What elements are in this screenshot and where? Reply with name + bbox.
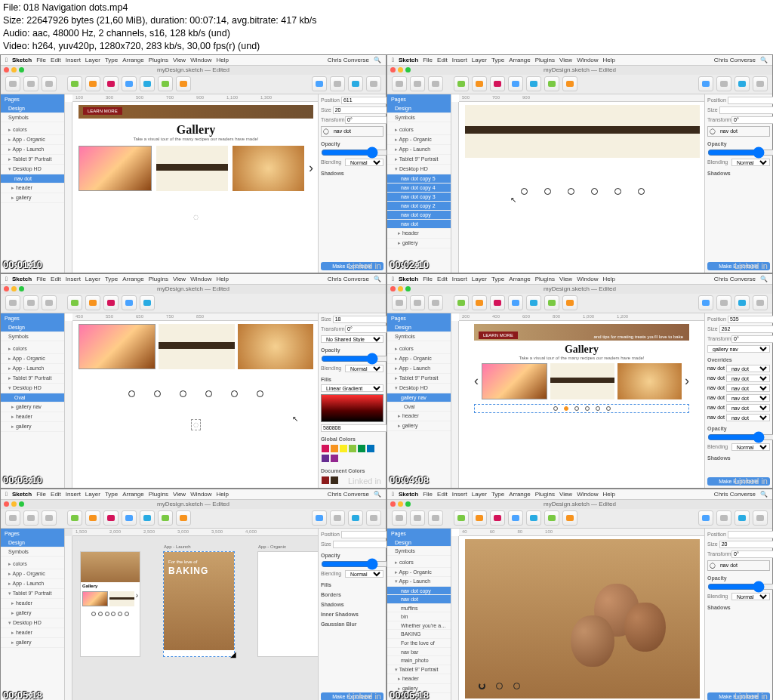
color-picker[interactable] (321, 394, 383, 422)
menu-item[interactable]: File (36, 57, 46, 63)
timestamp: 00:03:10 (3, 474, 42, 486)
nav-dots[interactable] (465, 188, 700, 195)
timestamp: 00:05:18 (3, 689, 42, 701)
section-label: Opacity (321, 141, 383, 146)
swatch-row[interactable] (321, 444, 383, 464)
style-select[interactable]: No Shared Style (321, 335, 383, 343)
layer-item-selected[interactable]: gallery nav (387, 393, 451, 402)
tool-button[interactable] (140, 76, 155, 91)
layers-panel[interactable]: Pages Design Symbols colors App - Organi… (387, 94, 451, 273)
layer-item-selected[interactable]: Oval (1, 393, 64, 402)
layer-item-selected[interactable]: nav dot copy 4 (387, 183, 451, 193)
page-item[interactable]: Design (1, 104, 64, 113)
gallery-image[interactable] (79, 146, 152, 191)
layer-item-selected[interactable]: nav dot (387, 595, 451, 604)
layer-item-selected[interactable]: nav dot (387, 220, 451, 229)
hex-input[interactable] (321, 424, 392, 432)
learn-more-button[interactable]: LEARN MORE (83, 107, 122, 115)
search-icon[interactable]: 🔍 (374, 57, 381, 63)
arrow-right-icon[interactable]: › (685, 373, 689, 389)
menu-item[interactable]: Type (105, 57, 118, 63)
tool-button[interactable] (176, 76, 191, 91)
cursor-icon: ↖ (292, 415, 298, 423)
gallery-image[interactable] (233, 146, 304, 191)
tool-button[interactable] (23, 76, 38, 91)
tool-button[interactable] (5, 76, 20, 91)
tool-button[interactable] (312, 76, 327, 91)
thumbnail-grid: Sketch FileEditInsertLayerTypeArrangePlu… (0, 54, 773, 701)
user-name[interactable]: Chris Converse (328, 57, 369, 63)
menubar[interactable]: Sketch FileEditInsertLayerTypeArrangePlu… (1, 55, 386, 66)
blend-select[interactable]: Normal (345, 159, 383, 166)
layer-item[interactable]: App - Launch (1, 145, 64, 155)
app-name[interactable]: Sketch (12, 57, 32, 63)
gallery-nav-select[interactable]: gallery nav (707, 345, 770, 353)
tool-button[interactable] (42, 76, 57, 91)
layer-item[interactable]: Tablet 9" Portrait (1, 155, 64, 165)
menu-item[interactable]: Insert (66, 57, 81, 63)
layer-item-selected[interactable]: nav dot copy 2 (387, 202, 451, 211)
timestamp: 00:04:08 (390, 474, 429, 486)
timestamp: 00:01:10 (3, 259, 42, 270)
thumb-5: SketchFileEditInsertLayerTypeArrangePlug… (0, 489, 386, 701)
linkedin-logo: Linked in (348, 261, 381, 270)
artboard-selected[interactable]: App - Launch For the love of BAKING ◢ (163, 551, 235, 657)
file-line: Video: h264, yuv420p, 1280x720, 283 kb/s… (3, 40, 770, 53)
page-item[interactable]: Design (387, 104, 451, 113)
arrow-right-icon[interactable]: › (309, 160, 313, 176)
traffic-lights[interactable] (4, 67, 24, 72)
thumb-3: SketchFileEditInsertLayerTypeArrangePlug… (0, 273, 386, 489)
nav-dot[interactable] (521, 188, 528, 195)
gallery-title: Gallery (79, 123, 313, 137)
timestamp: 00:06:18 (390, 689, 429, 701)
fill-type-select[interactable]: Linear Gradient (321, 384, 383, 392)
tool-button[interactable] (158, 76, 173, 91)
timestamp: 00:02:10 (390, 259, 429, 270)
ruler-vertical (65, 102, 72, 273)
tool-button[interactable] (366, 76, 381, 91)
arrow-left-icon[interactable]: ‹ (474, 373, 479, 389)
tool-button[interactable] (67, 76, 82, 91)
layer-item-selected[interactable]: nav dot (1, 174, 64, 183)
menu-item[interactable]: Window (190, 57, 211, 63)
tool-button[interactable] (348, 76, 363, 91)
layers-panel[interactable]: Pages Design Symbols colors App - Organi… (1, 94, 65, 273)
nav-dot-loading[interactable] (479, 683, 485, 689)
layer-item[interactable]: colors (1, 125, 64, 135)
layer-item-selected[interactable]: nav dot copy (387, 587, 451, 596)
file-info: File: 018 Navigation dots.mp4 Size: 2264… (0, 0, 773, 54)
window-titlebar: myDesign.sketch — Edited (1, 66, 386, 75)
tool-button[interactable] (103, 76, 119, 91)
menu-item[interactable]: View (173, 57, 186, 63)
toolbar[interactable] (1, 75, 386, 94)
menu-item[interactable]: Arrange (122, 57, 143, 63)
gallery-image[interactable] (156, 146, 228, 191)
apple-icon[interactable] (5, 57, 8, 63)
layer-item[interactable]: Desktop HD (1, 165, 64, 174)
tool-button[interactable] (85, 76, 100, 91)
resize-handle-icon[interactable]: ◢ (230, 650, 236, 658)
layer-item[interactable]: App - Organic (1, 135, 64, 145)
symbol-name[interactable]: nav dot (334, 128, 351, 134)
layer-item[interactable]: gallery (1, 193, 64, 203)
nav-dot-active[interactable] (564, 406, 568, 411)
menu-item[interactable]: Help (217, 57, 229, 63)
layer-item-selected[interactable]: nav dot copy 3 (387, 193, 451, 202)
page-item[interactable]: Symbols (387, 113, 451, 122)
layer-item-selected[interactable]: nav dot copy (387, 211, 451, 220)
nav-dots-group[interactable] (474, 404, 689, 413)
ruler-horizontal: 1003005007009001,1001,300 (72, 94, 318, 102)
tool-button[interactable] (330, 76, 345, 91)
page-item[interactable]: Symbols (1, 113, 64, 122)
nav-dots[interactable] (479, 683, 520, 689)
menu-item[interactable]: Layer (85, 57, 100, 63)
layer-item-selected[interactable]: nav dot copy 5 (387, 174, 451, 183)
inspector-panel[interactable]: Position Size Transform ◯ nav dot Opacit… (318, 94, 386, 273)
section-label: Shadows (321, 171, 383, 176)
tool-button[interactable] (122, 76, 137, 91)
menu-item[interactable]: Edit (51, 57, 61, 63)
menu-item[interactable]: Plugins (149, 57, 168, 63)
canvas[interactable]: 1003005007009001,1001,300 LEARN MORE Gal… (65, 94, 318, 273)
layer-item[interactable]: header (1, 183, 64, 193)
selection-marker[interactable]: ◌ (191, 419, 201, 430)
